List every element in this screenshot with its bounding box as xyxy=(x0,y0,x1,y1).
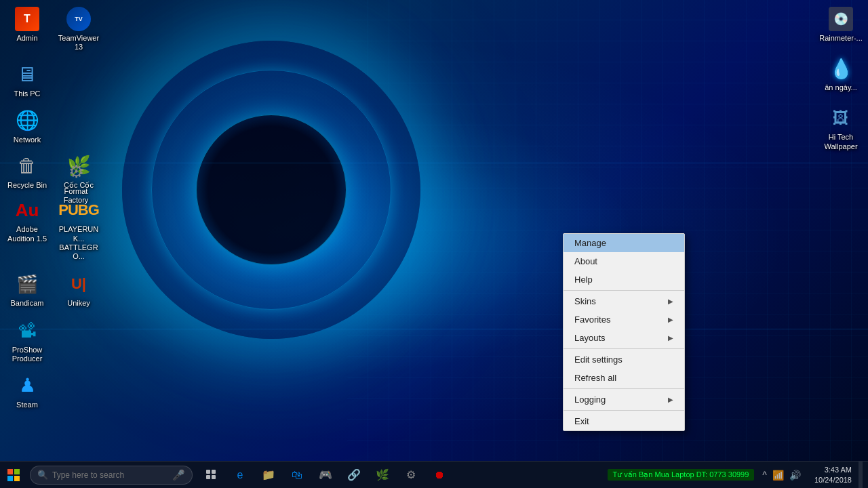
desktop-icons-right: 💿 Rainmeter-... 💧 ăn ngày... 🖼 Hi Tech W… xyxy=(814,0,868,461)
thispc-icon: 🖥 xyxy=(17,63,37,86)
taskbar-right: Tư vấn Bạn Mua Laptop DT: 0773 30999 ^ 📶… xyxy=(608,462,868,489)
bandicam-label: Bandicam xyxy=(11,299,44,308)
tray-arrow[interactable]: ^ xyxy=(761,468,768,482)
hitech-label: Hi Tech Wallpaper xyxy=(819,133,863,150)
app7-icon: 🌿 xyxy=(376,468,389,481)
search-icon: 🔍 xyxy=(37,470,48,480)
proshow-icon: 📽 xyxy=(18,320,37,342)
ctx-item-edit-settings[interactable]: Edit settings xyxy=(564,350,684,369)
svg-rect-4 xyxy=(206,470,210,474)
search-input[interactable] xyxy=(52,470,170,480)
unikey-icon: U| xyxy=(71,275,86,293)
background-glow xyxy=(122,41,420,339)
water-icon: 💧 xyxy=(829,58,853,80)
desktop-icon-hitech[interactable]: 🖼 Hi Tech Wallpaper xyxy=(816,102,865,153)
taskbar-explorer[interactable]: 📁 xyxy=(255,462,282,489)
accent-line-top xyxy=(0,163,868,163)
admin-icon: T xyxy=(15,7,39,31)
ctx-item-manage[interactable]: Manage xyxy=(564,234,684,252)
desktop-icon-unikey[interactable]: U| Unikey xyxy=(54,268,103,310)
svg-rect-3 xyxy=(14,476,20,481)
explorer-icon: 📁 xyxy=(262,468,275,481)
taskview-icon xyxy=(206,470,217,481)
layouts-arrow: ▶ xyxy=(668,334,673,342)
svg-rect-5 xyxy=(212,470,216,474)
taskbar: 🔍 🎤 e 📁 🛍 🎮 🔗 🌿 xyxy=(0,461,868,488)
hitech-icon: 🖼 xyxy=(833,108,849,127)
taskbar-app-buttons: e 📁 🛍 🎮 🔗 🌿 ⚙ ⏺ xyxy=(198,462,453,489)
adobe-label: Adobe Audition 1.5 xyxy=(5,225,49,243)
desktop-icon-recycle[interactable]: 🗑 Recycle Bin xyxy=(3,150,52,192)
pubg-label: PLAYERUNK... BATTLEGRO... xyxy=(57,225,100,261)
desktop-icon-bandicam[interactable]: 🎬 Bandicam xyxy=(3,268,52,310)
ctx-item-skins[interactable]: Skins ▶ xyxy=(564,292,684,310)
desktop-icon-network[interactable]: 🌐 Network xyxy=(3,104,52,147)
desktop-icon-adobe[interactable]: Au Adobe Audition 1.5 xyxy=(3,194,52,264)
store-icon: 🛍 xyxy=(292,469,302,481)
desktop-icon-steam[interactable]: ♟ Steam xyxy=(3,369,52,412)
desktop-icon-admin[interactable]: T Admin xyxy=(3,3,52,54)
ctx-item-layouts[interactable]: Layouts ▶ xyxy=(564,329,684,347)
desktop-icon-water[interactable]: 💧 ăn ngày... xyxy=(816,52,865,95)
taskbar-time: 3:43 AM xyxy=(825,465,852,474)
svg-rect-2 xyxy=(7,476,13,481)
water-label: ăn ngày... xyxy=(825,83,857,92)
steam-icon: ♟ xyxy=(19,374,36,396)
taskbar-store[interactable]: 🛍 xyxy=(283,462,311,489)
ctx-item-logging[interactable]: Logging ▶ xyxy=(564,390,684,409)
taskbar-datetime[interactable]: 3:43 AM 10/24/2018 xyxy=(809,465,857,485)
taskbar-banner: Tư vấn Bạn Mua Laptop DT: 0773 30999 xyxy=(608,469,755,481)
windows-icon xyxy=(7,469,20,481)
ctx-item-exit[interactable]: Exit xyxy=(564,412,684,430)
teamviewer-icon: TV xyxy=(66,7,91,31)
desktop-icon-thispc[interactable]: 🖥 This PC xyxy=(3,58,52,101)
taskbar-app7[interactable]: 🌿 xyxy=(369,462,396,489)
format-icon: ⚙ xyxy=(68,161,84,182)
desktop-icon-pubg[interactable]: PUBG PLAYERUNK... BATTLEGRO... xyxy=(54,194,103,264)
taskbar-app6[interactable]: 🔗 xyxy=(340,462,368,489)
mic-icon: 🎤 xyxy=(172,469,185,481)
app6-icon: 🔗 xyxy=(347,468,361,481)
svg-rect-7 xyxy=(212,475,216,479)
ctx-separator-4 xyxy=(564,410,684,411)
desktop: T Admin TV TeamViewer 13 🖥 This PC 🌐 xyxy=(0,0,868,461)
taskbar-date: 10/24/2018 xyxy=(814,475,852,485)
recycle-icon: 🗑 xyxy=(18,155,37,177)
ctx-item-refresh-all[interactable]: Refresh all xyxy=(564,369,684,387)
adobe-icon: Au xyxy=(16,200,39,221)
recycle-label: Recycle Bin xyxy=(7,181,47,190)
bandicam-icon: 🎬 xyxy=(16,274,38,295)
teamviewer-label: TeamViewer 13 xyxy=(57,34,100,52)
taskbar-app8[interactable]: ⚙ xyxy=(397,462,425,489)
app5-icon: 🎮 xyxy=(319,468,332,481)
desktop-icon-teamviewer[interactable]: TV TeamViewer 13 xyxy=(54,3,103,54)
favorites-arrow: ▶ xyxy=(668,316,673,323)
start-button[interactable] xyxy=(0,462,27,489)
ctx-item-about[interactable]: About xyxy=(564,252,684,270)
ctx-item-favorites[interactable]: Favorites ▶ xyxy=(564,310,684,329)
show-desktop-button[interactable] xyxy=(859,462,863,489)
unikey-label: Unikey xyxy=(67,299,90,308)
tray-network[interactable]: 📶 xyxy=(771,468,785,482)
tray-volume[interactable]: 🔊 xyxy=(788,468,802,482)
ctx-separator-1 xyxy=(564,290,684,291)
ctx-separator-3 xyxy=(564,388,684,389)
taskbar-task-view[interactable] xyxy=(198,462,225,489)
taskbar-app9[interactable]: ⏺ xyxy=(426,462,453,489)
desktop-icon-rainmeter[interactable]: 💿 Rainmeter-... xyxy=(816,3,865,45)
taskbar-app5[interactable]: 🎮 xyxy=(312,462,339,489)
pubg-icon: PUBG xyxy=(58,201,99,219)
system-tray: ^ 📶 🔊 xyxy=(755,468,808,482)
context-menu: Manage About Help Skins ▶ Favorites ▶ La… xyxy=(563,233,685,431)
thispc-label: This PC xyxy=(14,89,40,98)
desktop-icon-proshow[interactable]: 📽 ProShow Producer xyxy=(3,314,52,366)
proshow-label: ProShow Producer xyxy=(5,346,49,363)
admin-label: Admin xyxy=(16,34,37,43)
ctx-item-help[interactable]: Help xyxy=(564,270,684,289)
taskbar-search[interactable]: 🔍 🎤 xyxy=(30,466,193,485)
taskbar-edge[interactable]: e xyxy=(226,462,254,489)
svg-rect-6 xyxy=(206,475,210,479)
svg-rect-1 xyxy=(14,469,20,474)
app9-icon: ⏺ xyxy=(434,469,445,481)
network-label: Network xyxy=(14,136,41,144)
